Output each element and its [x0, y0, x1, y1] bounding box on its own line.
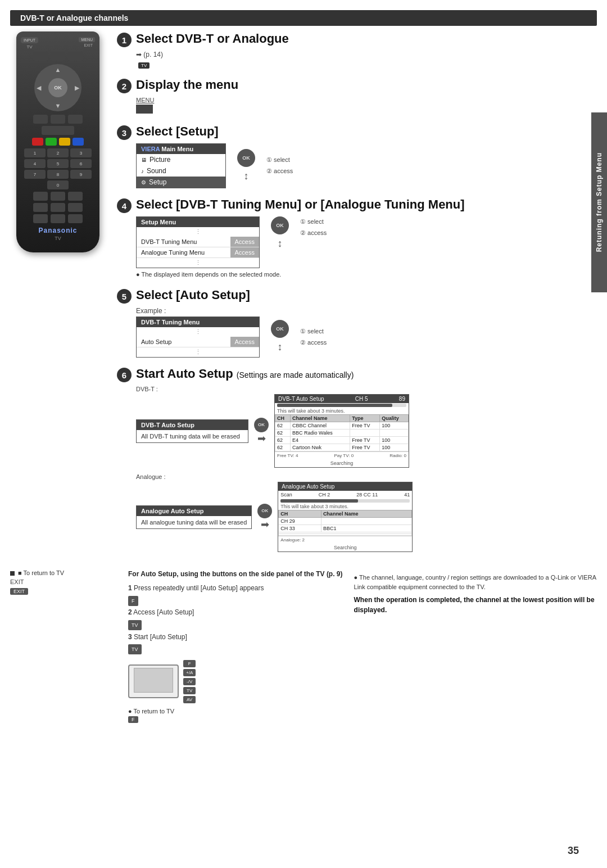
side-step-1-btn: F	[128, 595, 343, 607]
step5-dots-1: ⋮	[137, 327, 259, 337]
remote-extra-9	[68, 214, 83, 223]
below-left-col: ■ To return to TV EXIT EXIT	[10, 569, 106, 723]
side-step-3-text: Start [Auto Setup]	[134, 633, 187, 641]
page-number: 35	[568, 845, 579, 857]
step6-dvbt-progress: 89	[399, 396, 405, 402]
remote-num-9: 9	[70, 170, 92, 179]
step6-analogue-section: Analogue : Analogue Auto Setup All analo…	[136, 473, 597, 552]
step6-analogue-cc: 28 CC 11	[356, 492, 378, 498]
step4-analogue-label: Analogue Tuning Menu	[137, 247, 230, 257]
step6-dvbt-ok-btn: OK	[254, 418, 269, 432]
step6-dvbt-ch: CH 5	[355, 396, 368, 402]
step-5-number: 5	[117, 289, 132, 304]
step6-analogue-ok-arrow: OK ➡	[257, 504, 272, 531]
step4-setup-box: Setup Menu ⋮ DVB-T Tuning Menu Access An…	[136, 216, 260, 268]
step6-dvbt-result-label: DVB-T Auto Setup	[278, 396, 324, 402]
step4-dvbt-val: Access	[230, 237, 259, 247]
step5-tuning-box: DVB-T Tuning Menu ⋮ Auto Setup Access ⋮	[136, 317, 260, 358]
table-cell: BBC1	[321, 525, 411, 532]
sound-icon: ♪	[141, 168, 144, 174]
table-row: 62 CBBC Channel Free TV 100	[275, 422, 409, 430]
mini-tv-container: F +/A -/V TV AV	[128, 660, 343, 703]
step5-auto-val: Access	[230, 337, 259, 347]
step6-dvbt-result: DVB-T Auto Setup CH 5 89 This will take …	[274, 394, 409, 468]
remote-num-6: 6	[70, 159, 92, 168]
step6-analogue-col-ch: CH	[279, 510, 321, 518]
step6-analogue-searching: Searching	[278, 544, 412, 551]
remote-btn-3	[68, 52, 83, 61]
table-cell: E4	[290, 437, 350, 444]
step6-analogue-col-name: Channel Name	[321, 510, 411, 518]
step-1-tv-icon: TV	[138, 62, 150, 69]
step6-analogue-arrow-icon: ➡	[261, 518, 269, 531]
table-cell: 100	[380, 437, 409, 444]
step3-picture-label: Picture	[150, 156, 170, 164]
remote-column: INPUT TV MENU EXIT ▲ ▼ ◀ ▶	[10, 31, 106, 561]
step6-dvbt-progress-bar	[277, 404, 406, 407]
side-panel-section: For Auto Setup, using the buttons on the…	[128, 569, 343, 723]
mini-btns-col: F +/A -/V TV AV	[183, 660, 196, 703]
step4-access-label: ② access	[300, 228, 327, 239]
remote-mid-btn-1	[33, 115, 48, 124]
step6-dvbt-col-quality: Quality	[380, 415, 409, 422]
below-content: ■ To return to TV EXIT EXIT For Auto Set…	[0, 569, 607, 723]
side-tv-btn-2: TV	[128, 620, 142, 630]
remote-extra-5	[51, 203, 65, 212]
table-cell	[380, 430, 409, 437]
dpad-left-icon: ◀	[37, 84, 41, 92]
step5-labels: ① select ② access	[300, 326, 327, 349]
step-1-number: 1	[117, 33, 132, 47]
dpad-ok-btn[interactable]: OK	[48, 78, 67, 97]
step6-analogue-box: Analogue Auto Setup All analogue tuning …	[136, 505, 252, 529]
table-row: 62 E4 Free TV 100	[275, 437, 409, 444]
side-steps: 1 Press repeatedly until [Auto Setup] ap…	[128, 582, 343, 655]
table-cell: 100	[380, 422, 409, 430]
step4-labels: ① select ② access	[300, 216, 327, 239]
dpad-up-icon: ▲	[55, 66, 61, 73]
step4-select-label: ① select	[300, 216, 327, 228]
table-cell: 62	[275, 437, 291, 444]
step4-ok-btn: OK	[271, 216, 289, 234]
step6-arrow-right-icon: ➡	[257, 432, 266, 445]
remote-mid-btn-2	[51, 115, 65, 124]
step6-dvbt-box-body: All DVB-T tuning data will be erased	[137, 430, 248, 442]
step6-analogue-note: This will take about 3 minutes.	[278, 503, 412, 510]
step6-dvbt-freetv: Free TV: 4	[277, 453, 298, 458]
step6-analogue-table: CH Channel Name CH 29	[278, 510, 412, 536]
table-cell: Free TV	[350, 422, 380, 430]
step3-menu-setup: ⚙ Setup	[137, 177, 225, 188]
step3-sound-label: Sound	[147, 167, 166, 175]
table-cell: BBC Radio Wales	[290, 430, 350, 437]
step6-analogue-result-label: Analogue Auto Setup	[282, 483, 334, 490]
dpad-right-icon: ▶	[75, 84, 79, 92]
remote-btn-2	[51, 52, 65, 61]
table-cell: CH 33	[279, 525, 321, 532]
step6-dvbt-table: CH Channel Name Type Quality 62 CBBC Cha…	[275, 414, 409, 451]
table-cell	[350, 430, 380, 437]
step6-analogue-box-title: Analogue Auto Setup	[137, 506, 251, 516]
mini-plus-btn: +/A	[183, 669, 196, 676]
square-icon	[10, 571, 15, 576]
step6-dvbt-container: DVB-T Auto Setup All DVB-T tuning data w…	[136, 394, 597, 468]
step-3: 3 Select [Setup] VIERA Main Menu 🖥 Pictu…	[117, 124, 597, 188]
remote-num-1: 1	[24, 148, 46, 157]
step6-dvbt-col-type: Type	[350, 415, 380, 422]
dpad: ▲ ▼ ◀ ▶ OK	[34, 64, 81, 111]
remote-wide-btn	[42, 126, 74, 135]
step6-dvbt-result-title: DVB-T Auto Setup CH 5 89	[275, 395, 409, 403]
picture-icon: 🖥	[141, 157, 147, 163]
step-6: 6 Start Auto Setup (Settings are made au…	[117, 367, 597, 552]
step-5-title: Select [Auto Setup]	[136, 288, 250, 302]
exit-key-btn: EXIT	[10, 588, 28, 595]
step-1-title: Select DVB-T or Analogue	[136, 31, 289, 46]
table-row: 62 Cartoon Nwk Free TV 100	[275, 444, 409, 451]
remote-num-2: 2	[47, 148, 69, 157]
remote-tv-top: TV	[21, 44, 38, 49]
step-2: 2 Display the menu MENU	[117, 78, 597, 115]
remote-btn-1	[33, 52, 48, 61]
step4-note: ● The displayed item depends on the sele…	[136, 270, 597, 279]
step-1-sub: ➡ (p. 14)	[136, 51, 597, 58]
remote-extra-8	[51, 214, 65, 223]
return-tv-text: ■ To return to TV	[18, 569, 64, 576]
table-cell: Free TV	[350, 444, 380, 451]
